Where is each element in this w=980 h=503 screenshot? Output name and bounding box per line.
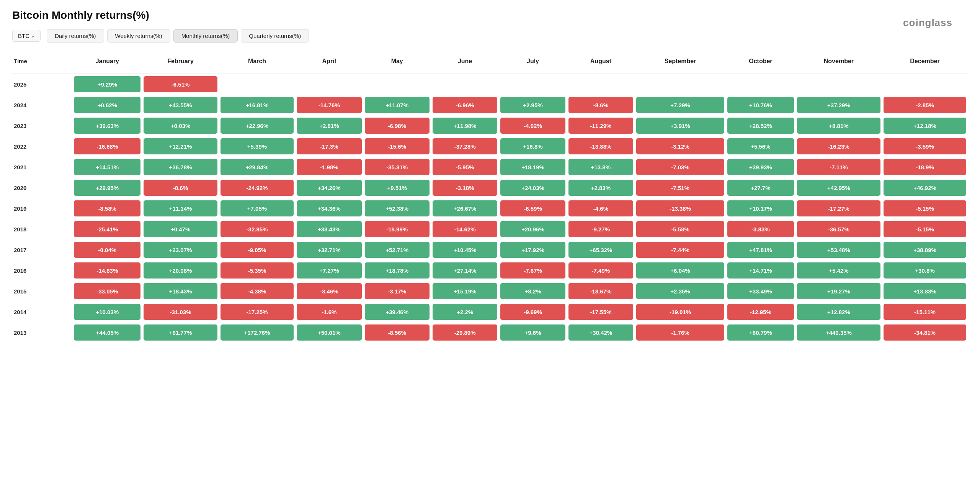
cell-value-green: +24.03% [500,180,565,196]
asset-selector[interactable]: BTC ⌄ [12,30,41,42]
cell-value-red: -7.03% [636,159,724,175]
data-cell: +33.43% [295,219,363,239]
data-cell: -16.68% [72,136,142,157]
cell-value-green: +7.05% [220,200,294,216]
data-cell: -5.15% [882,219,968,239]
daily-returns-button[interactable]: Daily returns(%) [47,29,104,43]
data-cell: +52.38% [363,198,431,219]
cell-value-red: -17.55% [568,304,633,320]
table-row: 2019-8.58%+11.14%+7.05%+34.36%+52.38%+26… [12,198,968,219]
data-cell: +10.03% [72,301,142,322]
year-cell: 2017 [12,239,72,260]
cell-value-red: -15.11% [884,304,966,320]
cell-value-red: -29.89% [433,324,497,341]
data-cell: -14.62% [431,219,499,239]
cell-value-red: -7.11% [797,159,880,175]
cell-value-green: +37.29% [797,97,880,113]
cell-value-green: +30.8% [884,262,966,279]
cell-value-green: +50.01% [297,324,361,341]
data-cell: -1.76% [635,322,726,343]
data-cell: -17.3% [295,136,363,157]
cell-value-green: +2.95% [500,97,565,113]
data-cell: +10.76% [726,95,795,115]
col-header-december: December [882,53,968,74]
cell-value-red: -7.67% [500,262,565,279]
data-cell: +14.51% [72,157,142,177]
cell-value-green: +42.95% [797,180,880,196]
cell-value-green: +6.04% [636,262,724,279]
brand-logo: coinglass [903,17,952,29]
data-cell: +52.71% [363,239,431,260]
data-cell [499,74,567,95]
data-cell: +30.8% [882,260,968,281]
returns-table: TimeJanuaryFebruaryMarchAprilMayJuneJuly… [12,53,968,343]
cell-value-red: -16.68% [74,138,140,154]
year-cell: 2015 [12,281,72,301]
cell-value-red: -7.51% [636,180,724,196]
cell-value-green: +10.03% [74,304,140,320]
cell-value-red: -24.92% [220,180,294,196]
data-cell: -1.6% [295,301,363,322]
chevron-down-icon: ⌄ [31,33,35,39]
table-row: 2020+29.95%-8.6%-24.92%+34.26%+9.51%-3.1… [12,177,968,198]
cell-value-red: -37.28% [433,138,497,154]
cell-value-green: +27.7% [727,180,794,196]
cell-value-green: +9.6% [500,324,565,341]
weekly-returns-button[interactable]: Weekly returns(%) [107,29,170,43]
data-cell: -18.9% [882,157,968,177]
data-cell: -9.27% [567,219,635,239]
cell-value-red: -17.3% [297,138,361,154]
cell-value-green: +10.17% [727,200,794,216]
cell-value-red: -5.35% [220,262,294,279]
cell-value-green: +3.91% [636,118,724,134]
cell-value-red: -3.59% [884,138,966,154]
cell-value-green: +13.83% [884,283,966,299]
data-cell: -1.98% [295,157,363,177]
data-cell: +18.78% [363,260,431,281]
data-cell: -5.35% [219,260,295,281]
cell-value-green: +0.47% [144,221,217,237]
data-cell: -5.15% [882,198,968,219]
quarterly-returns-button[interactable]: Quarterly returns(%) [241,29,309,43]
cell-value-green: +7.29% [636,97,724,113]
data-cell: +18.43% [142,281,219,301]
cell-value-red: -6.98% [365,118,430,134]
cell-value-green: +9.29% [74,76,140,92]
data-cell: +46.92% [882,177,968,198]
data-cell: +13.8% [567,157,635,177]
data-cell: -16.23% [795,136,882,157]
cell-value-red: -18.9% [884,159,966,175]
cell-value-green: +39.93% [727,159,794,175]
data-cell: -14.76% [295,95,363,115]
data-cell: +38.89% [882,239,968,260]
cell-value-red: -13.38% [636,200,724,216]
cell-value-red: -5.58% [636,221,724,237]
data-cell: -3.59% [882,136,968,157]
monthly-returns-button[interactable]: Monthly returns(%) [173,29,238,43]
data-cell: +39.93% [726,157,795,177]
data-cell: -3.18% [431,177,499,198]
year-cell: 2023 [12,115,72,136]
data-cell: -18.99% [363,219,431,239]
table-row: 2017-0.04%+23.07%-9.05%+32.71%+52.71%+10… [12,239,968,260]
data-cell: +9.51% [363,177,431,198]
cell-value-green: +12.82% [797,304,880,320]
cell-value-green: +14.71% [727,262,794,279]
data-cell: +6.04% [635,260,726,281]
data-cell: +16.81% [219,95,295,115]
cell-value-red: -3.17% [365,283,430,299]
data-cell: +47.81% [726,239,795,260]
data-cell: -12.95% [726,301,795,322]
cell-value-red: -1.76% [636,324,724,341]
cell-value-green: +38.89% [884,242,966,258]
cell-value-red: -32.85% [220,221,294,237]
year-cell: 2018 [12,219,72,239]
cell-value-red: -14.83% [74,262,140,279]
data-cell: -32.85% [219,219,295,239]
cell-value-green: +23.07% [144,242,217,258]
data-cell: +7.29% [635,95,726,115]
cell-value-red: -16.23% [797,138,880,154]
cell-value-red: -12.95% [727,304,794,320]
data-cell: +2.83% [567,177,635,198]
data-cell: -17.55% [567,301,635,322]
